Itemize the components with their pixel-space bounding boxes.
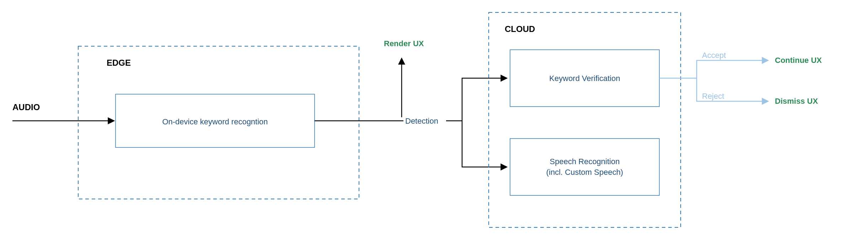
on-device-label: On-device keyword recogntion xyxy=(162,117,268,126)
accept-label: Accept xyxy=(702,51,726,60)
cloud-title: CLOUD xyxy=(505,24,535,34)
speech-recognition-box xyxy=(510,139,659,195)
audio-label: AUDIO xyxy=(12,102,40,112)
keyword-verification-label: Keyword Verification xyxy=(549,74,620,83)
detection-label: Detection xyxy=(405,117,438,125)
reject-label: Reject xyxy=(702,92,724,101)
arrow-to-keyword-verification xyxy=(462,78,507,121)
speech-recognition-label-1: Speech Recognition xyxy=(550,157,620,166)
speech-recognition-label-2: (incl. Custom Speech) xyxy=(546,168,623,177)
diagram-canvas: AUDIO EDGE On-device keyword recogntion … xyxy=(0,0,868,248)
edge-title: EDGE xyxy=(107,58,131,68)
dismiss-ux-label: Dismiss UX xyxy=(775,97,818,106)
continue-ux-label: Continue UX xyxy=(775,56,822,65)
render-ux-label: Render UX xyxy=(384,39,424,48)
arrow-to-speech-recognition xyxy=(462,121,507,167)
arrow-accept xyxy=(697,60,768,78)
